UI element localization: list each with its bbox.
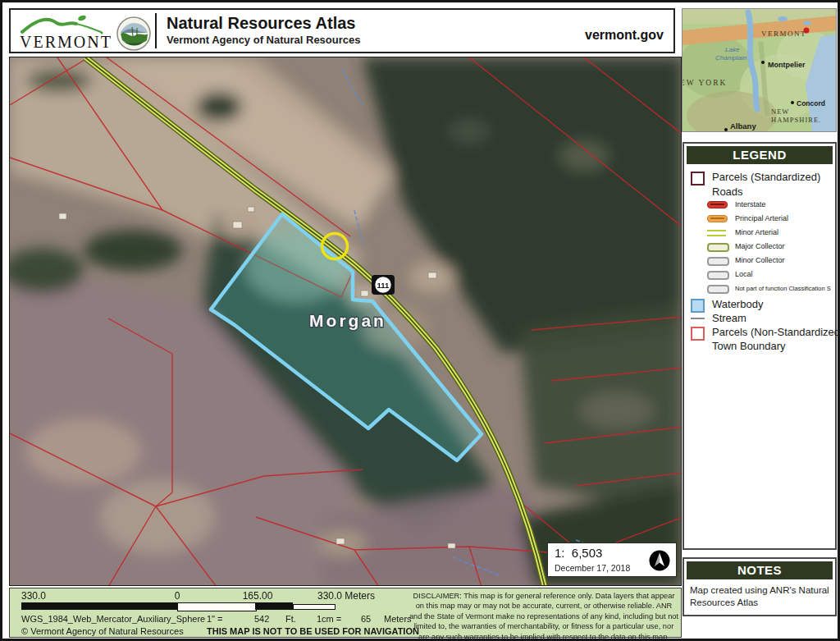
cm-scale-label: 1cm = — [317, 614, 341, 624]
legend-item-roads: Roads — [684, 185, 835, 199]
disclaimer-text: DISCLAIMER: This map is for general refe… — [409, 591, 679, 641]
inset-label-vermont: VERMONT — [761, 30, 806, 38]
route-number-label: 111 — [377, 281, 390, 290]
projection-label: WGS_1984_Web_Mercator_Auxiliary_Sphere — [21, 614, 205, 624]
page-title: Natural Resources Atlas — [167, 14, 355, 33]
aerial-map-graphic: 111 Morgan — [10, 57, 682, 586]
legend-item-parcels-standardized: Parcels (Standardized) — [684, 171, 835, 184]
notes-panel: NOTES Map created using ANR's Natural Re… — [682, 557, 837, 616]
cm-scale-unit: Meters — [384, 614, 412, 624]
scalebar-segment — [255, 602, 293, 610]
legend-item-minor-collector: Minor Collector — [684, 254, 835, 268]
legend-panel: LEGEND Parcels (Standardized) Roads Inte… — [682, 142, 837, 550]
scalebar-left-label: 330.0 — [21, 590, 46, 602]
scalebar-mid-label: 165.00 — [243, 590, 273, 602]
principal-arterial-swatch — [707, 215, 728, 222]
map-date: December 17, 2018 — [555, 563, 630, 573]
legend-item-stream: Stream — [684, 312, 835, 325]
inset-label-new-york: NEW YORK — [682, 79, 727, 87]
page-subtitle: Vermont Agency of Natural Resources — [167, 34, 360, 46]
inset-label-lake2: Champlain — [715, 54, 747, 62]
waterbody-swatch — [691, 299, 705, 313]
legend-header: LEGEND — [687, 146, 833, 164]
header: VERMONT Natural Resources Atlas Vermont … — [9, 8, 675, 53]
major-collector-swatch — [707, 243, 729, 252]
vermont-wordmark: VERMONT — [20, 33, 112, 52]
legend-item-parcels-nonstandardized: Parcels (Non-Standardized) — [684, 326, 835, 339]
inch-scale-label: 1" = — [207, 614, 223, 624]
north-arrow-icon — [648, 549, 671, 572]
local-road-swatch — [707, 271, 729, 280]
inset-label-concord: Concord — [797, 99, 825, 108]
inset-map-graphic: VERMONT Lake Champlain Montpelier NEW YO… — [682, 9, 837, 132]
scalebar-segment — [177, 602, 257, 611]
route-shield-icon: 111 — [372, 275, 395, 295]
atlas-print-page: VERMONT Natural Resources Atlas Vermont … — [0, 0, 840, 641]
cm-scale-value: 65 — [361, 614, 371, 624]
legend-item-waterbody: Waterbody — [684, 298, 835, 311]
notes-header: NOTES — [687, 561, 833, 579]
not-classified-swatch — [707, 285, 729, 294]
legend-item-local: Local — [684, 268, 835, 282]
inset-label-montpelier: Montpelier — [768, 61, 806, 69]
scalebar-right-label: 330.0 Meters — [317, 590, 375, 602]
legend-item-not-classified: Not part of function Classification S — [684, 282, 835, 295]
scale-info-box: 1: 6,503 December 17, 2018 — [547, 543, 677, 577]
anr-logo-icon — [116, 16, 152, 52]
stream-swatch — [691, 318, 705, 319]
inset-label-albany: Albany — [730, 121, 756, 130]
minor-collector-swatch — [707, 257, 729, 266]
legend-item-minor-arterial: Minor Arterial — [684, 227, 835, 240]
map-canvas: 111 Morgan 1: 6,503 December 17, 2018 — [9, 57, 682, 586]
town-label: Morgan — [309, 311, 386, 330]
navigation-warning: THIS MAP IS NOT TO BE USED FOR NAVIGATIO… — [207, 626, 419, 636]
scalebar-segment — [21, 602, 177, 610]
vermont-mountain-icon — [19, 13, 111, 34]
parcels-nonstandardized-swatch — [691, 327, 705, 341]
minor-arterial-swatch — [707, 230, 726, 236]
footer-bar: 330.0 0 165.00 330.0 Meters WGS_1984_Web… — [9, 588, 682, 638]
inset-locator-map: VERMONT Lake Champlain Montpelier NEW YO… — [682, 8, 837, 132]
scalebar-segment — [293, 604, 336, 610]
legend-item-principal-arterial: Principal Arterial — [684, 213, 835, 226]
copyright-label: © Vermont Agency of Natural Resources — [21, 626, 184, 636]
header-divider — [155, 13, 157, 48]
inset-label-lake1: Lake — [725, 46, 740, 53]
inset-label-nh2: HAMPSHIRE. — [771, 116, 821, 124]
inch-scale-value: 542 — [254, 614, 269, 624]
interstate-swatch — [707, 201, 728, 208]
scale-ratio: 1: 6,503 — [555, 546, 602, 560]
legend-item-major-collector: Major Collector — [684, 240, 835, 254]
scalebar-zero-label: 0 — [175, 590, 180, 602]
legend-item-interstate: Interstate — [684, 199, 835, 212]
parcels-standardized-swatch — [691, 172, 705, 185]
inset-label-nh1: NEW — [771, 108, 789, 116]
website-link[interactable]: vermont.gov — [585, 28, 664, 43]
legend-item-town-boundary: Town Boundary — [684, 340, 835, 353]
inch-scale-unit: Ft. — [285, 614, 296, 624]
notes-body: Map created using ANR's Natural Resource… — [690, 584, 830, 609]
